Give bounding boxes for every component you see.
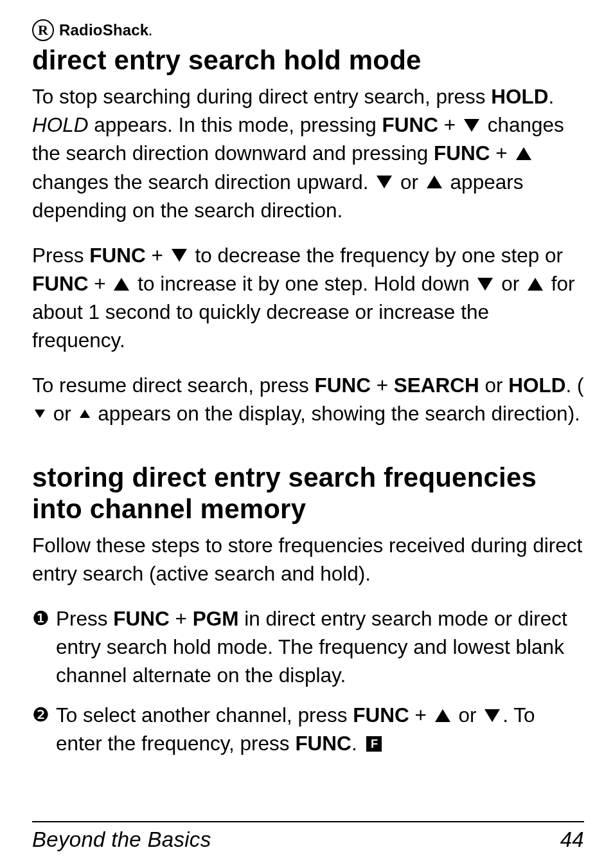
footer-page-number: 44 [560, 827, 584, 852]
step-2: ❷ To select another channel, press FUNC … [32, 701, 584, 757]
triangle-down-icon [484, 709, 500, 722]
triangle-down-icon [477, 278, 493, 291]
page-footer: Beyond the Basics 44 [32, 827, 584, 852]
step-2-marker: ❷ [32, 701, 49, 757]
footer-divider [32, 821, 584, 822]
brand-mark-icon: R [32, 19, 54, 41]
para-step-frequency: Press FUNC + to decrease the frequency b… [32, 241, 584, 354]
step-1-marker: ❶ [32, 604, 49, 689]
triangle-down-icon [172, 249, 187, 262]
step-1: ❶ Press FUNC + PGM in direct entry searc… [32, 604, 584, 689]
triangle-up-icon [516, 147, 531, 160]
triangle-up-icon [114, 278, 129, 291]
brand-name: RadioShack. [59, 21, 152, 39]
para-storing-intro: Follow these steps to store frequencies … [32, 531, 584, 588]
section-heading-direct-entry-hold: direct entry search hold mode [32, 45, 584, 76]
f-key-icon: F [366, 736, 382, 752]
triangle-up-icon [528, 278, 543, 291]
para-resume-search: To resume direct search, press FUNC + SE… [32, 371, 584, 428]
step-2-body: To select another channel, press FUNC + … [56, 701, 584, 757]
brand-header: R RadioShack. [32, 19, 584, 41]
triangle-down-icon [377, 176, 392, 188]
section-heading-storing: storing direct entry search frequencies … [32, 462, 584, 525]
triangle-down-small-icon [35, 410, 45, 418]
para-hold-mode: To stop searching during direct entry se… [32, 82, 584, 224]
triangle-up-icon [435, 709, 450, 722]
step-1-body: Press FUNC + PGM in direct entry search … [56, 604, 584, 689]
triangle-down-icon [464, 119, 479, 132]
triangle-up-icon [427, 176, 442, 188]
footer-section-name: Beyond the Basics [32, 827, 211, 852]
triangle-up-small-icon [80, 410, 90, 418]
